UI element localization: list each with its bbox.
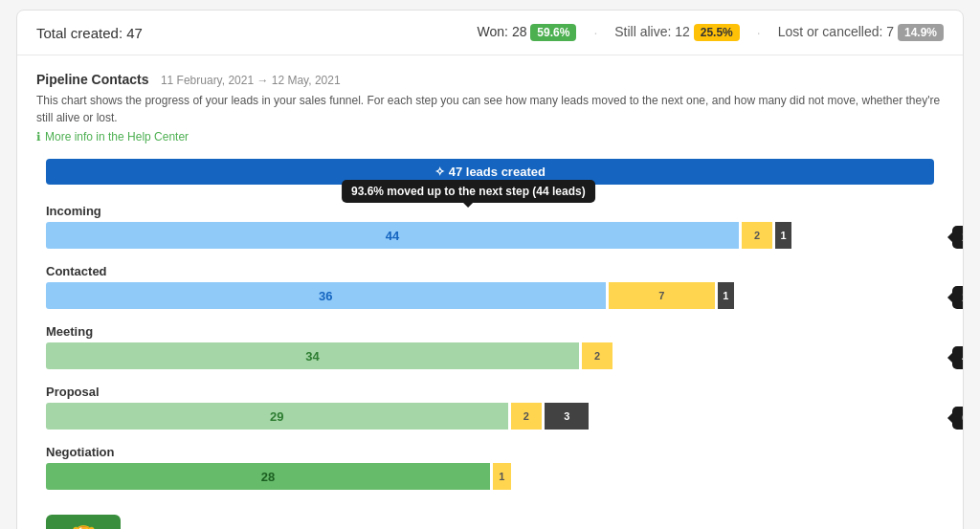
won-badge: 59.6% [530,24,576,41]
tooltip-lost-contacted: 2.1% of the pipe lost here [952,286,964,309]
stage-negotiation: Negotiation 28 1 [46,445,934,490]
bar-alive-meeting: 2 [582,342,612,369]
stage-incoming: Incoming 44 93.6% moved up to the next s… [46,204,934,249]
bar-moved-proposal: 29 [46,403,508,430]
bar-alive-proposal: 2 [511,403,542,430]
info-description: This chart shows the progress of your le… [36,92,944,126]
dot1: · [593,25,597,40]
bars-contacted: 36 7 1 2.1% of the pipe lost here [46,282,934,309]
bar-lost-proposal: 3 [545,403,589,430]
won-stat: Won: 28 59.6% [478,24,577,41]
bar-alive-incoming: 2 [742,222,772,249]
stage-proposal: Proposal 29 2 3 6.4% of the pipe lost he… [46,385,934,430]
funnel-area: ✧ 47 leads created Incoming 44 93.6% mov… [36,159,944,529]
stage-label-contacted: Contacted [46,264,934,278]
body: Pipeline Contacts 11 February, 2021 → 12… [17,55,963,529]
stage-meeting: Meeting 34 2 4.3% of the pipe lost here [46,324,934,369]
stage-label-meeting: Meeting [46,324,934,339]
lost-stat: Lost or cancelled: 7 14.9% [778,24,944,41]
stage-label-proposal: Proposal [46,385,934,399]
bar-moved-negotiation: 28 [46,463,490,490]
bar-alive-negotiation: 1 [493,463,511,490]
main-card: Total created: 47 Won: 28 59.6% · Still … [16,10,964,529]
tooltip-lost-incoming: 2.1% of the pipe lost here [952,226,964,249]
date-range: 11 February, 2021 → 12 May, 2021 [161,74,341,87]
tooltip-moved-incoming: 93.6% moved up to the next step (44 lead… [342,180,595,203]
bars-proposal: 29 2 3 6.4% of the pipe lost here [46,403,934,430]
stage-label-negotiation: Negotiation [46,445,934,459]
help-link[interactable]: ℹ More info in the Help Center [36,130,944,143]
tooltip-lost-proposal: 6.4% of the pipe lost here [952,407,964,430]
total-created: Total created: 47 [36,25,143,41]
info-section: Pipeline Contacts 11 February, 2021 → 12… [36,71,944,143]
bars-negotiation: 28 1 [46,463,934,490]
bar-lost-incoming: 1 [775,222,791,249]
bar-moved-incoming: 44 93.6% moved up to the next step (44 l… [46,222,739,249]
bars-incoming: 44 93.6% moved up to the next step (44 l… [46,222,934,249]
bar-alive-contacted: 7 [609,282,715,309]
lost-badge: 14.9% [898,24,944,41]
alive-badge: 25.5% [694,24,740,41]
bar-moved-contacted: 36 [46,282,606,309]
header-stats: Won: 28 59.6% · Still alive: 12 25.5% · … [478,24,944,41]
won-box: 🏆 Won: 28 [46,515,121,529]
info-icon: ℹ [36,130,41,143]
trophy-icon: 🏆 [72,524,96,529]
tooltip-lost-meeting: 4.3% of the pipe lost here [952,346,964,369]
bar-lost-contacted: 1 [718,282,734,309]
stage-label-incoming: Incoming [46,204,934,218]
alive-stat: Still alive: 12 25.5% [614,24,740,41]
stage-contacted: Contacted 36 7 1 2.1% of the pipe lost h… [46,264,934,309]
bar-moved-meeting: 34 [46,342,579,369]
header: Total created: 47 Won: 28 59.6% · Still … [17,11,963,55]
bars-meeting: 34 2 4.3% of the pipe lost here [46,342,934,369]
dot2: · [757,25,761,40]
pipeline-title: Pipeline Contacts [36,72,148,87]
